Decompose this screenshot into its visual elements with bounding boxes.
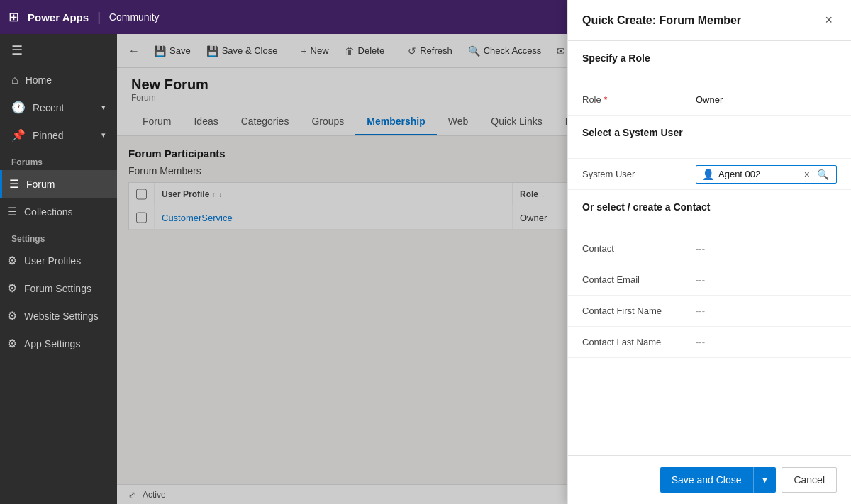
role-field: Role * Owner (568, 84, 851, 116)
contact-label: Contact (582, 243, 696, 254)
sidebar: ☰ ⌂ Home 🕐 Recent ▾ 📌 Pinned ▾ Forums ☰ … (0, 34, 117, 504)
contact-last-name-value: --- (696, 337, 837, 347)
or-contact-title: Or select / create a Contact (582, 201, 837, 213)
sidebar-item-pinned[interactable]: 📌 Pinned ▾ (0, 121, 117, 149)
contact-field: Contact --- (568, 233, 851, 264)
sidebar-item-label: Website Settings (24, 310, 99, 322)
contact-email-label: Contact Email (582, 274, 696, 285)
quick-create-body: Specify a Role Role * Owner Select a Sys… (568, 41, 851, 455)
specify-role-title: Specify a Role (582, 52, 837, 64)
clear-system-user-button[interactable]: × (803, 169, 811, 180)
sidebar-item-label: User Profiles (24, 255, 81, 267)
sidebar-item-label: Forum Settings (24, 283, 91, 294)
sidebar-item-label: App Settings (24, 338, 80, 349)
home-icon: ⌂ (11, 74, 18, 86)
sidebar-section-settings: Settings (0, 225, 117, 247)
quick-create-title: Quick Create: Forum Member (582, 14, 741, 27)
select-system-user-title: Select a System User (582, 127, 837, 138)
user-profiles-icon: ⚙ (7, 254, 17, 267)
sidebar-item-website-settings[interactable]: ⚙ Website Settings (0, 302, 117, 330)
system-user-name: Agent 002 (718, 169, 799, 179)
contact-last-name-label: Contact Last Name (582, 337, 696, 347)
forum-settings-icon: ⚙ (7, 281, 17, 295)
sidebar-item-label: Collections (24, 206, 72, 218)
sidebar-section-forums: Forums (0, 149, 117, 170)
system-user-input[interactable]: 👤 Agent 002 × 🔍 (696, 165, 837, 184)
app-title: Power Apps (28, 11, 89, 23)
sidebar-item-label: Recent (33, 102, 64, 113)
pin-icon: 📌 (11, 128, 26, 142)
grid-icon[interactable]: ⊞ (9, 9, 19, 25)
forum-icon: ☰ (9, 177, 19, 191)
contact-email-field: Contact Email --- (568, 264, 851, 296)
sidebar-item-label: Forum (26, 179, 55, 190)
sidebar-toggle[interactable]: ☰ (0, 34, 117, 67)
contact-first-name-value: --- (696, 306, 837, 316)
or-contact-section: Or select / create a Contact (568, 190, 851, 233)
website-settings-icon: ⚙ (7, 309, 17, 323)
sidebar-item-forum-settings[interactable]: ⚙ Forum Settings (0, 274, 117, 302)
system-user-label: System User (582, 169, 696, 179)
environment-name: Community (109, 11, 160, 23)
sidebar-item-recent[interactable]: 🕐 Recent ▾ (0, 94, 117, 121)
sidebar-item-user-profiles[interactable]: ⚙ User Profiles (0, 247, 117, 274)
specify-role-section: Specify a Role (568, 41, 851, 84)
sidebar-item-label: Pinned (33, 130, 64, 141)
sidebar-item-collections[interactable]: ☰ Collections (0, 198, 117, 225)
contact-first-name-field: Contact First Name --- (568, 296, 851, 327)
search-system-user-button[interactable]: 🔍 (816, 169, 830, 180)
sidebar-item-home[interactable]: ⌂ Home (0, 67, 117, 94)
contact-email-value: --- (696, 274, 837, 285)
app-settings-icon: ⚙ (7, 337, 17, 350)
quick-create-header: Quick Create: Forum Member × (568, 0, 851, 41)
role-value: Owner (696, 94, 837, 105)
recent-icon: 🕐 (11, 101, 26, 114)
required-indicator: * (604, 95, 608, 105)
sidebar-item-forum[interactable]: ☰ Forum (0, 170, 117, 198)
quick-create-footer: Save and Close ▼ Cancel (568, 455, 851, 504)
contact-last-name-field: Contact Last Name --- (568, 327, 851, 358)
save-close-group: Save and Close ▼ (660, 467, 777, 493)
close-button[interactable]: × (821, 11, 837, 29)
save-and-close-button[interactable]: Save and Close (660, 467, 753, 493)
collections-icon: ☰ (7, 205, 17, 218)
role-label: Role * (582, 94, 696, 105)
sidebar-item-app-settings[interactable]: ⚙ App Settings (0, 330, 117, 357)
chevron-down-icon: ▾ (101, 130, 106, 140)
system-user-field: System User 👤 Agent 002 × 🔍 (568, 159, 851, 190)
contact-value: --- (696, 243, 837, 254)
chevron-down-icon: ▾ (101, 103, 106, 112)
user-icon: 👤 (702, 169, 714, 180)
select-system-user-section: Select a System User (568, 116, 851, 159)
quick-create-panel: Quick Create: Forum Member × Specify a R… (567, 0, 851, 504)
nav-separator: | (97, 10, 101, 25)
cancel-button[interactable]: Cancel (782, 467, 837, 493)
save-close-dropdown-button[interactable]: ▼ (753, 467, 777, 493)
sidebar-item-label: Home (26, 74, 52, 86)
contact-first-name-label: Contact First Name (582, 306, 696, 316)
